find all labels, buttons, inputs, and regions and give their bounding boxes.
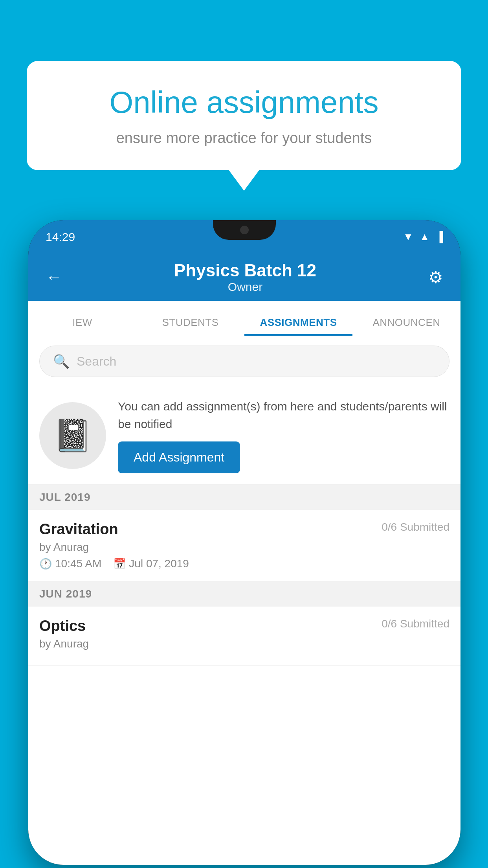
assignment-top-2: Optics 0/6 Submitted (39, 618, 449, 634)
tab-announcements[interactable]: ANNOUNCEN (352, 316, 460, 336)
phone-frame: 14:29 ▼ ▲ ▐ ← Physics Batch 12 Owner ⚙ I… (28, 220, 460, 865)
header-title: Physics Batch 12 (174, 261, 316, 280)
section-header-jun: JUN 2019 (28, 581, 460, 607)
assignment-by-2: by Anurag (39, 638, 449, 650)
battery-icon: ▐ (436, 231, 443, 243)
status-time: 14:29 (46, 230, 75, 244)
header-subtitle: Owner (174, 280, 316, 294)
search-bar[interactable]: 🔍 Search (39, 346, 449, 377)
status-icons: ▼ ▲ ▐ (403, 231, 443, 243)
assignment-top: Gravitation 0/6 Submitted (39, 521, 449, 538)
settings-button[interactable]: ⚙ (428, 268, 443, 287)
assignment-name-2: Optics (39, 618, 86, 634)
bubble-subtitle: ensure more practice for your students (58, 130, 430, 147)
assignment-date: 📅 Jul 07, 2019 (113, 557, 189, 570)
phone-content: 🔍 Search 📓 You can add assignment(s) fro… (28, 336, 460, 865)
calendar-icon: 📅 (113, 558, 126, 570)
tab-students[interactable]: STUDENTS (136, 316, 244, 336)
clock-icon: 🕐 (39, 558, 52, 570)
info-text: You can add assignment(s) from here and … (118, 397, 449, 473)
section-header-jul: JUL 2019 (28, 485, 460, 510)
assignment-by: by Anurag (39, 541, 449, 554)
tab-iew[interactable]: IEW (28, 316, 136, 336)
assignment-time: 🕐 10:45 AM (39, 557, 101, 570)
search-icon: 🔍 (53, 353, 70, 369)
assignment-icon-circle: 📓 (39, 402, 106, 469)
wifi-icon: ▼ (403, 231, 413, 243)
speech-bubble-container: Online assignments ensure more practice … (27, 61, 461, 170)
tabs-bar: IEW STUDENTS ASSIGNMENTS ANNOUNCEN (28, 301, 460, 336)
notch (213, 220, 276, 240)
add-assignment-button[interactable]: Add Assignment (118, 441, 240, 473)
assignment-submitted-2: 0/6 Submitted (382, 618, 449, 630)
search-placeholder: Search (77, 354, 116, 369)
camera (240, 226, 249, 234)
info-description: You can add assignment(s) from here and … (118, 397, 449, 433)
assignment-item-gravitation[interactable]: Gravitation 0/6 Submitted by Anurag 🕐 10… (28, 510, 460, 581)
app-header: ← Physics Batch 12 Owner ⚙ (28, 254, 460, 301)
notebook-icon: 📓 (53, 417, 92, 454)
signal-icon: ▲ (420, 231, 430, 243)
assignment-item-optics[interactable]: Optics 0/6 Submitted by Anurag (28, 607, 460, 666)
info-card: 📓 You can add assignment(s) from here an… (28, 386, 460, 485)
status-bar: 14:29 ▼ ▲ ▐ (28, 220, 460, 254)
assignment-meta: 🕐 10:45 AM 📅 Jul 07, 2019 (39, 557, 449, 570)
assignment-name: Gravitation (39, 521, 118, 538)
back-button[interactable]: ← (46, 268, 62, 287)
speech-bubble: Online assignments ensure more practice … (27, 61, 461, 170)
assignment-submitted: 0/6 Submitted (382, 521, 449, 533)
bubble-title: Online assignments (58, 85, 430, 120)
header-center: Physics Batch 12 Owner (174, 261, 316, 294)
tab-assignments[interactable]: ASSIGNMENTS (244, 316, 352, 336)
